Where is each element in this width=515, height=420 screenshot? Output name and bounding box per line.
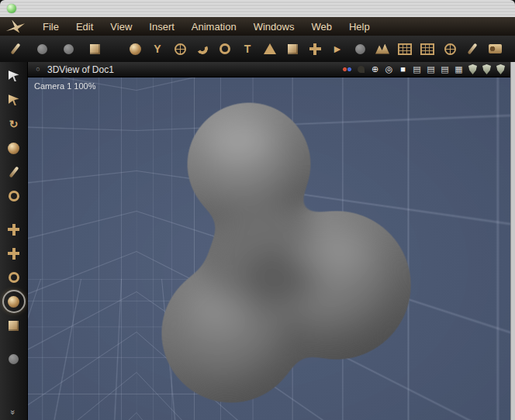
shield-icon-2[interactable]: [481, 64, 493, 75]
sidebar-divider: [4, 210, 24, 215]
close-button[interactable]: [7, 4, 16, 13]
viewport-title: 3DView of Doc1: [47, 64, 114, 75]
ring-tool-icon[interactable]: [214, 38, 236, 60]
arrow-tool-icon[interactable]: ►: [327, 38, 348, 60]
clip-tool-icon[interactable]: [4, 186, 24, 206]
window-right-edge: [510, 62, 515, 420]
axes-move-tool-icon[interactable]: [4, 219, 24, 239]
shield-icon-1[interactable]: [467, 64, 479, 75]
menu-item-animation[interactable]: Animation: [183, 21, 245, 33]
viewport-header: ○ 3DView of Doc1 ⊕◎■▤▤▤▦: [28, 62, 510, 77]
menu-item-windows[interactable]: Windows: [245, 21, 303, 33]
sidebar-divider: [4, 339, 24, 345]
menu-item-insert[interactable]: Insert: [140, 21, 183, 33]
app-window: File Edit View Insert Animation Windows …: [0, 0, 515, 420]
menu-item-view[interactable]: View: [102, 21, 140, 33]
pick-tool-icon[interactable]: [461, 38, 483, 60]
layout-split-3-icon[interactable]: ▤: [439, 64, 451, 75]
sphere-grid-tool-icon[interactable]: [439, 38, 461, 60]
wire-globe-icon[interactable]: ◎: [383, 64, 395, 75]
menu-item-file[interactable]: File: [34, 21, 67, 33]
tool-sidebar: ↻ »: [0, 62, 28, 420]
camera-tool-icon[interactable]: [484, 38, 506, 60]
axis-icon[interactable]: ⊕: [369, 64, 381, 75]
rotate-hand-icon[interactable]: [57, 38, 79, 60]
select-tool-icon[interactable]: [4, 66, 24, 86]
menu-item-help[interactable]: Help: [340, 21, 378, 33]
layout-split-1-icon[interactable]: ▤: [411, 64, 423, 75]
stamp-tool-icon[interactable]: [84, 38, 105, 60]
cube-tool-icon[interactable]: [282, 38, 303, 60]
axes-scale-tool-icon[interactable]: [4, 243, 24, 263]
cube-snap-tool-icon[interactable]: [4, 315, 24, 336]
dots-icon[interactable]: [341, 64, 353, 75]
draw-tool-icon[interactable]: [5, 38, 26, 60]
titlebar: [0, 0, 515, 18]
toolbar: YT►: [0, 36, 515, 63]
terrain-tool-icon[interactable]: [372, 38, 393, 60]
menu-item-edit[interactable]: Edit: [67, 21, 102, 33]
menubar: File Edit View Insert Animation Windows …: [0, 17, 515, 36]
toolbar-left-group: [5, 38, 105, 60]
pen-tool-icon[interactable]: [4, 162, 24, 182]
gear-tool-icon[interactable]: [4, 267, 24, 287]
surface-tool-icon[interactable]: [416, 38, 438, 60]
deform-tool-icon[interactable]: [304, 38, 326, 60]
target-sphere-tool-icon[interactable]: [4, 291, 24, 312]
menu-item-web[interactable]: Web: [302, 21, 340, 33]
layout-quad-icon[interactable]: ▦: [453, 64, 465, 75]
rotate-view-tool-icon[interactable]: ↻: [4, 114, 24, 134]
text-tool-icon[interactable]: T: [237, 38, 258, 60]
viewport-3d[interactable]: Camera 1 100%: [28, 77, 510, 420]
hand-tool-icon[interactable]: [349, 38, 371, 60]
viewport-header-icons: ⊕◎■▤▤▤▦: [341, 64, 506, 75]
window-widget-icon[interactable]: ○: [33, 64, 43, 75]
fan-icon[interactable]: [355, 64, 367, 75]
shield-icon-3[interactable]: [495, 64, 506, 75]
palette-icon[interactable]: [4, 349, 24, 369]
orbit-tool-icon[interactable]: [4, 138, 24, 158]
camera-label: Camera 1 100%: [34, 81, 96, 91]
globe-tool-icon[interactable]: [169, 38, 191, 60]
toolbar-main-group: YT►: [124, 38, 506, 60]
cone-tool-icon[interactable]: [259, 38, 281, 60]
dart-tool-icon[interactable]: [4, 90, 24, 110]
blob-object[interactable]: [28, 77, 510, 420]
pan-hand-icon[interactable]: [31, 38, 53, 60]
more-tools-icon[interactable]: »: [9, 410, 19, 415]
sphere-tool-icon[interactable]: [124, 38, 146, 60]
layout-single-icon[interactable]: ■: [397, 64, 409, 75]
mesh-tool-icon[interactable]: [394, 38, 416, 60]
bend-tool-icon[interactable]: [192, 38, 213, 60]
layout-split-2-icon[interactable]: ▤: [425, 64, 437, 75]
app-logo-icon: [6, 20, 25, 33]
lathe-tool-icon[interactable]: Y: [147, 38, 168, 60]
